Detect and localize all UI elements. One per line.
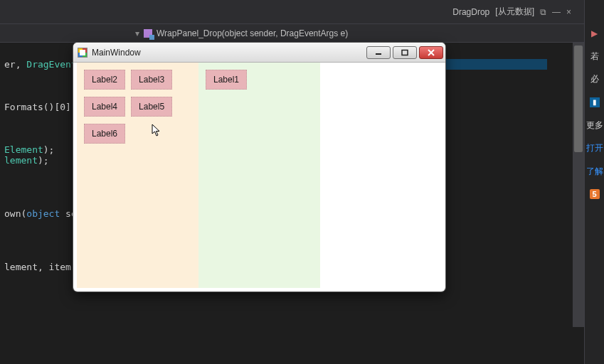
tab-minimize-icon[interactable]: —	[552, 7, 561, 17]
scrollbar-thumb[interactable]	[574, 46, 583, 152]
draggable-label[interactable]: Label2	[84, 70, 125, 90]
app-window: MainWindow Label2Label3Label4Label5Label…	[73, 43, 445, 291]
draggable-label[interactable]: Label6	[84, 124, 125, 144]
sidebar-text-0: 若	[590, 51, 599, 61]
project-suffix: [从元数据]	[495, 6, 534, 18]
project-name: DragDrop	[452, 7, 489, 17]
sidebar-text-3: 更多	[586, 120, 603, 130]
draggable-label[interactable]: Label4	[84, 97, 125, 117]
project-name-area: DragDrop [从元数据] ⧉ — ×	[452, 6, 580, 18]
draggable-label[interactable]: Label5	[131, 97, 172, 117]
pin-icon[interactable]: ⧉	[540, 7, 546, 17]
wrap-panel-3[interactable]	[320, 63, 442, 288]
pause-icon[interactable]: ▮	[590, 97, 600, 107]
code-line: Formats()[0]);	[4, 102, 83, 112]
chevron-down-icon[interactable]: ▾	[135, 28, 139, 38]
app-title: MainWindow	[92, 48, 141, 58]
close-button[interactable]	[419, 46, 443, 59]
method-icon	[144, 29, 152, 38]
app-icon	[78, 48, 88, 58]
sidebar-link-learn[interactable]: 了解	[586, 166, 603, 176]
sidebar-text-1: 必	[590, 74, 599, 84]
ide-titlebar: DragDrop [从元数据] ⧉ — × Inte	[0, 0, 604, 24]
code-line: Element);	[4, 144, 54, 155]
play-icon[interactable]: ▶	[590, 28, 600, 38]
maximize-button[interactable]	[393, 46, 417, 59]
sidebar-link-open[interactable]: 打开	[586, 143, 603, 153]
breadcrumb: ▾ WrapPanel_Drop(object sender, DragEven…	[0, 24, 604, 43]
draggable-label[interactable]: Label1	[206, 70, 247, 90]
code-line: lement);	[4, 155, 49, 166]
wrap-panel-2[interactable]: Label1	[198, 63, 320, 288]
app-client-area: Label2Label3Label4Label5Label6 Label1	[77, 63, 442, 288]
draggable-label[interactable]: Label3	[131, 70, 172, 90]
app-titlebar[interactable]: MainWindow	[73, 43, 445, 63]
minimize-button[interactable]	[366, 46, 391, 59]
html5-icon[interactable]: 5	[590, 189, 600, 199]
right-tool-strip: ▶ 若 必 ▮ 更多 打开 了解 5	[584, 0, 604, 364]
svg-rect-1	[402, 50, 408, 55]
tab-close-icon[interactable]: ×	[566, 7, 571, 17]
wrap-panel-1[interactable]: Label2Label3Label4Label5Label6	[77, 63, 198, 288]
breadcrumb-method[interactable]: WrapPanel_Drop(object sender, DragEventA…	[157, 28, 348, 38]
editor-scrollbar[interactable]	[573, 43, 584, 327]
